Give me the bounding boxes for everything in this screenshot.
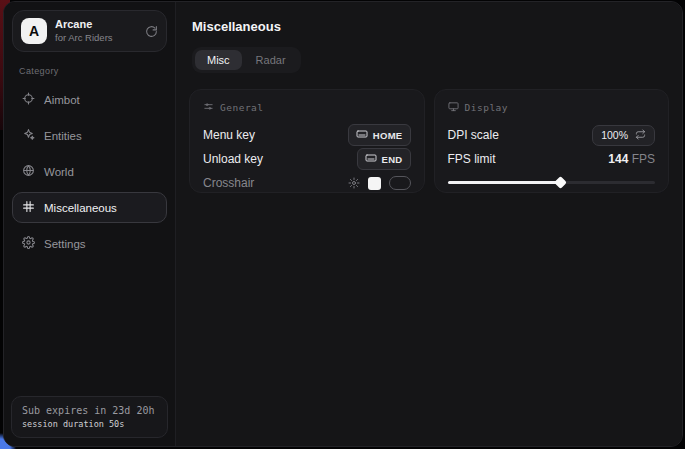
display-card: Display DPI scale 100% FPS limit [434, 89, 670, 193]
unload-key-label: Unload key [203, 152, 263, 166]
tab-group: Misc Radar [192, 47, 301, 73]
refresh-icon[interactable] [145, 25, 158, 38]
app-logo: A [21, 18, 47, 44]
sidebar-item-label: Aimbot [44, 94, 80, 106]
sidebar-item-label: World [44, 166, 74, 178]
app-window: A Arcane for Arc Riders Category Aimbot [3, 1, 683, 447]
crosshair-icon [22, 92, 35, 107]
sliders-icon [203, 101, 214, 114]
cards-row: General Menu key HOME Unload key [189, 89, 669, 193]
keyboard-icon [356, 128, 368, 142]
dpi-scale-value: 100% [601, 129, 628, 141]
sidebar-item-label: Entities [44, 130, 82, 142]
display-card-header: Display [448, 101, 656, 114]
unload-key-binding[interactable]: END [357, 148, 411, 170]
sidebar-item-settings[interactable]: Settings [12, 228, 167, 259]
fps-unit: FPS [632, 152, 655, 166]
menu-key-value: HOME [373, 130, 403, 141]
gear-icon [22, 236, 35, 251]
sidebar-item-miscellaneous[interactable]: Miscellaneous [12, 192, 167, 223]
cycle-icon [635, 129, 646, 142]
globe-icon [22, 164, 35, 179]
menu-key-label: Menu key [203, 128, 255, 142]
general-card-header: General [203, 101, 411, 114]
crosshair-settings-gear-icon[interactable] [348, 177, 360, 189]
subscription-card: Sub expires in 23d 20h session duration … [11, 396, 168, 438]
dpi-scale-label: DPI scale [448, 128, 499, 142]
sidebar-item-aimbot[interactable]: Aimbot [12, 84, 167, 115]
crosshair-label: Crosshair [203, 176, 254, 190]
crosshair-controls [348, 176, 411, 190]
tab-misc[interactable]: Misc [195, 50, 242, 70]
fps-limit-label: FPS limit [448, 152, 496, 166]
fps-limit-row: FPS limit 144 FPS [448, 147, 656, 171]
session-duration-text: session duration 50s [22, 419, 157, 429]
dpi-scale-row: DPI scale 100% [448, 123, 656, 147]
display-card-title: Display [465, 102, 509, 113]
main-content: Miscellaneous Misc Radar General Menu ke… [176, 2, 682, 446]
dpi-scale-select[interactable]: 100% [592, 125, 655, 146]
menu-key-binding[interactable]: HOME [348, 124, 411, 146]
grid-icon [22, 200, 35, 215]
fps-limit-slider[interactable] [448, 175, 656, 189]
crosshair-row: Crosshair [203, 171, 411, 195]
sub-expiry-text: Sub expires in 23d 20h [22, 405, 157, 416]
crosshair-color-swatch[interactable] [368, 177, 381, 190]
general-card-title: General [220, 102, 264, 113]
brand-card: A Arcane for Arc Riders [12, 10, 167, 52]
fps-number: 144 [608, 152, 628, 166]
monitor-icon [448, 101, 459, 114]
page-title: Miscellaneous [192, 19, 669, 34]
sidebar-item-entities[interactable]: Entities [12, 120, 167, 151]
sidebar-item-label: Settings [44, 238, 86, 250]
crosshair-toggle[interactable] [389, 176, 411, 190]
fps-limit-value: 144 FPS [608, 152, 655, 166]
app-subtitle: for Arc Riders [55, 32, 137, 44]
slider-fill [448, 181, 560, 184]
app-title: Arcane [55, 18, 137, 32]
slider-thumb[interactable] [554, 176, 567, 189]
sidebar: A Arcane for Arc Riders Category Aimbot [4, 2, 176, 446]
brand-text: Arcane for Arc Riders [55, 18, 137, 44]
sparkles-icon [22, 128, 35, 143]
menu-key-row: Menu key HOME [203, 123, 411, 147]
unload-key-row: Unload key END [203, 147, 411, 171]
tab-radar[interactable]: Radar [244, 50, 298, 70]
keyboard-icon [365, 152, 377, 166]
sidebar-item-label: Miscellaneous [44, 202, 117, 214]
sidebar-item-world[interactable]: World [12, 156, 167, 187]
category-label: Category [19, 66, 167, 76]
unload-key-value: END [382, 154, 403, 165]
general-card: General Menu key HOME Unload key [189, 89, 425, 193]
